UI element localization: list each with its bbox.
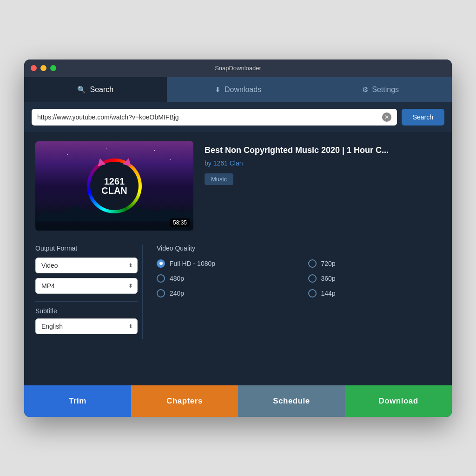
clear-url-button[interactable]: ✕	[382, 112, 391, 122]
app-title: SnapDownloader	[215, 65, 261, 72]
video-info: Best Non Copyrighted Music 2020 | 1 Hour…	[205, 141, 441, 231]
quality-option-360p[interactable]: 360p	[308, 274, 441, 283]
radio-144p	[308, 289, 317, 298]
radio-360p	[308, 274, 317, 283]
url-input[interactable]	[37, 113, 378, 121]
tab-search-label: Search	[90, 86, 113, 94]
app-window: SnapDownloader 🔍 Search ⬇ Downloads ⚙ Se…	[24, 60, 452, 417]
tab-settings-label: Settings	[372, 86, 399, 94]
bottom-bar: Trim Chapters Schedule Download	[24, 385, 452, 417]
video-tag: Music	[205, 173, 233, 185]
titlebar: SnapDownloader	[24, 60, 452, 77]
traffic-lights	[31, 65, 56, 71]
quality-label-720p: 720p	[321, 260, 336, 267]
right-options: Video Quality Full HD - 1080p 720p	[142, 245, 441, 339]
search-icon: 🔍	[77, 86, 86, 94]
codec-select-wrapper: MP4 MKV AVI MOV ⬍	[35, 278, 138, 294]
video-thumbnail: 1261 CLAN 58:35	[35, 141, 193, 231]
radio-1080p	[157, 259, 165, 268]
options-section: Output Format Video Audio Image ⬍ MP4 MK…	[35, 245, 441, 339]
video-title: Best Non Copyrighted Music 2020 | 1 Hour…	[205, 145, 441, 156]
tab-downloads-label: Downloads	[225, 86, 261, 94]
quality-option-144p[interactable]: 144p	[308, 289, 441, 298]
quality-option-720p[interactable]: 720p	[308, 259, 441, 268]
quality-option-480p[interactable]: 480p	[157, 274, 290, 283]
quality-option-1080p[interactable]: Full HD - 1080p	[157, 259, 290, 268]
quality-label-144p: 144p	[321, 290, 336, 297]
tab-bar: 🔍 Search ⬇ Downloads ⚙ Settings	[24, 77, 452, 102]
logo-line1: 1261	[104, 177, 125, 186]
minimize-button[interactable]	[40, 65, 46, 71]
tab-search[interactable]: 🔍 Search	[24, 77, 167, 102]
format-select-wrapper: Video Audio Image ⬍	[35, 258, 138, 273]
search-bar: ✕ Search	[24, 102, 452, 132]
subtitle-label: Subtitle	[35, 301, 138, 315]
download-icon: ⬇	[215, 86, 221, 94]
video-section: 1261 CLAN 58:35 Best Non Copyrighted Mus…	[35, 141, 441, 231]
radio-240p	[157, 289, 165, 298]
thumbnail-background: 1261 CLAN	[35, 141, 193, 231]
subtitle-select-wrapper: English Spanish French German None ⬍	[35, 318, 138, 334]
tab-downloads[interactable]: ⬇ Downloads	[167, 77, 310, 102]
quality-label-240p: 240p	[170, 290, 184, 297]
quality-label-360p: 360p	[321, 275, 336, 282]
gear-icon: ⚙	[362, 86, 368, 94]
close-button[interactable]	[31, 65, 37, 71]
left-options: Output Format Video Audio Image ⬍ MP4 MK…	[35, 245, 138, 339]
trim-button[interactable]: Trim	[24, 385, 131, 417]
quality-option-240p[interactable]: 240p	[157, 289, 290, 298]
subtitle-select[interactable]: English Spanish French German None	[35, 318, 138, 334]
content-area: 1261 CLAN 58:35 Best Non Copyrighted Mus…	[24, 132, 452, 385]
tab-settings[interactable]: ⚙ Settings	[309, 77, 452, 102]
search-button[interactable]: Search	[402, 109, 444, 126]
codec-select[interactable]: MP4 MKV AVI MOV	[35, 278, 138, 294]
chapters-button[interactable]: Chapters	[131, 385, 238, 417]
radio-480p	[157, 274, 165, 283]
url-input-wrapper: ✕	[32, 109, 397, 126]
quality-label-1080p: Full HD - 1080p	[170, 260, 215, 267]
format-select[interactable]: Video Audio Image	[35, 258, 138, 273]
radio-inner-1080p	[159, 262, 163, 265]
video-author: by 1261 Clan	[205, 159, 441, 167]
spacer	[35, 339, 441, 376]
radio-720p	[308, 259, 317, 268]
schedule-button[interactable]: Schedule	[238, 385, 345, 417]
quality-label-480p: 480p	[170, 275, 184, 282]
video-quality-label: Video Quality	[157, 245, 441, 252]
download-button[interactable]: Download	[345, 385, 452, 417]
maximize-button[interactable]	[50, 65, 56, 71]
logo-line2: CLAN	[101, 186, 127, 195]
video-duration: 58:35	[170, 218, 190, 227]
output-format-label: Output Format	[35, 245, 138, 252]
quality-grid: Full HD - 1080p 720p 480p	[157, 259, 441, 298]
